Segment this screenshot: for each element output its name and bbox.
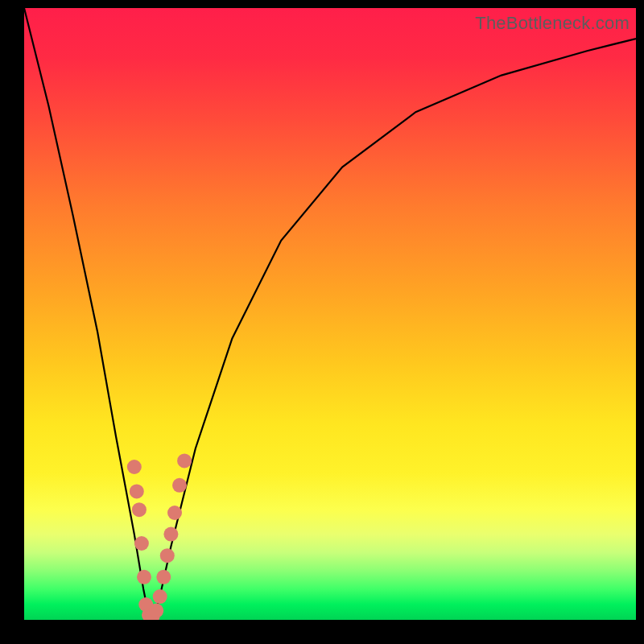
curve-marker — [177, 453, 192, 468]
curve-marker — [163, 527, 178, 542]
gradient-plot-area: TheBottleneck.com — [24, 8, 636, 620]
curve-marker — [134, 536, 149, 551]
curve-marker — [127, 460, 142, 474]
curve-marker — [137, 570, 151, 584]
curve-markers — [127, 453, 192, 620]
curve-marker — [149, 604, 163, 618]
curve-marker — [172, 478, 187, 493]
curve-marker — [130, 484, 144, 498]
curve-marker — [132, 502, 147, 517]
bottleneck-curve — [24, 8, 636, 617]
curve-marker — [167, 506, 182, 520]
curve-marker — [153, 589, 167, 604]
chart-frame: TheBottleneck.com — [0, 0, 644, 644]
curve-svg — [24, 8, 636, 620]
curve-marker — [156, 570, 171, 584]
curve-marker — [160, 548, 175, 563]
